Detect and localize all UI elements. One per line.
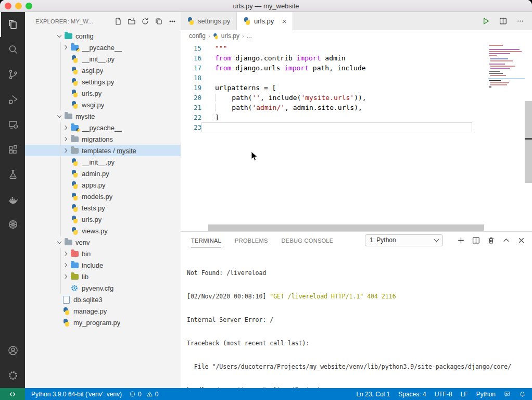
refresh-icon[interactable]: [141, 17, 149, 26]
tree-item-my-program-py[interactable]: my_program.py: [25, 317, 181, 328]
file-icon: [63, 296, 70, 304]
editor-tab-bar: settings.py urls.py ×: [181, 12, 532, 30]
tree-item-templates-mysite[interactable]: templates / mysite: [25, 145, 181, 156]
settings-gear-icon[interactable]: [0, 363, 25, 388]
tree-item-urls-py[interactable]: urls.py: [25, 214, 181, 225]
tree-item-pyvenv-cfg[interactable]: pyvenv.cfg: [25, 282, 181, 294]
tab-settings-py[interactable]: settings.py: [181, 12, 237, 30]
tree-item-tests-py[interactable]: tests.py: [25, 202, 181, 214]
tree-item-migrations[interactable]: migrations: [25, 133, 181, 145]
tree-item-include[interactable]: include: [25, 259, 181, 271]
folder-icon: [71, 136, 79, 142]
file-tree: config __pycache__ __init__.py asgi.py s…: [25, 30, 181, 388]
tree-item-admin-py[interactable]: admin.py: [25, 168, 181, 179]
split-terminal-icon[interactable]: [472, 236, 480, 245]
testing-flask-icon[interactable]: [0, 162, 25, 187]
python-file-icon: [71, 204, 79, 212]
close-tab-icon[interactable]: ×: [282, 18, 286, 25]
code-line: 17from django.urls import path, include: [181, 63, 532, 73]
tree-item-init-py[interactable]: __init__.py: [25, 156, 181, 168]
source-control-icon[interactable]: [0, 62, 25, 87]
chevron-down-icon: [434, 237, 439, 242]
more-actions-icon[interactable]: [168, 17, 176, 26]
remote-explorer-icon[interactable]: [0, 112, 25, 137]
problems-status[interactable]: 0 0: [125, 388, 162, 400]
terminal-selector-dropdown[interactable]: 1: Python: [365, 234, 443, 246]
tree-item-wsgi-py[interactable]: wsgi.py: [25, 99, 181, 110]
remote-indicator[interactable]: [0, 388, 25, 400]
python-file-icon: [71, 90, 79, 97]
tree-item-urls-py[interactable]: urls.py: [25, 88, 181, 99]
notifications-bell-icon[interactable]: [515, 388, 532, 400]
kubernetes-icon[interactable]: [0, 212, 25, 237]
docker-icon[interactable]: [0, 187, 25, 212]
close-panel-icon[interactable]: [517, 236, 526, 245]
maximize-panel-icon[interactable]: [502, 236, 511, 245]
breadcrumb-symbols[interactable]: ...: [247, 32, 252, 40]
python-interpreter-status[interactable]: Python 3.9.0 64-bit ('venv': venv): [25, 388, 125, 400]
folder-icon: [65, 114, 72, 119]
tab-urls-py[interactable]: urls.py ×: [237, 12, 293, 30]
breadcrumb-config[interactable]: config: [189, 32, 206, 40]
tree-item-models-py[interactable]: models.py: [25, 191, 181, 202]
code-line: 21 path('admin/', admin.site.urls),: [181, 103, 532, 113]
eol-status[interactable]: LF: [457, 388, 472, 400]
tree-item-manage-py[interactable]: manage.py: [25, 305, 181, 317]
more-actions-icon[interactable]: [516, 17, 525, 26]
zoom-window-button[interactable]: [26, 3, 32, 9]
tree-item-venv[interactable]: venv: [25, 236, 181, 248]
tree-item-bin[interactable]: bin: [25, 248, 181, 259]
tree-item-settings-py[interactable]: settings.py: [25, 76, 181, 88]
python-file-icon: [62, 307, 70, 315]
tree-item-asgi-py[interactable]: asgi.py: [25, 65, 181, 76]
new-file-icon[interactable]: [114, 17, 122, 26]
tree-item-pycache[interactable]: __pycache__: [25, 122, 181, 133]
minimize-window-button[interactable]: [15, 3, 22, 9]
language-mode-status[interactable]: Python: [472, 388, 500, 400]
folder-icon: [71, 148, 79, 154]
cursor-position-status[interactable]: Ln 23, Col 1: [352, 388, 395, 400]
breadcrumb-urls-py[interactable]: urls.py: [221, 32, 239, 40]
new-folder-icon[interactable]: [128, 17, 136, 26]
activity-bar: [0, 12, 25, 388]
tree-item-pycache[interactable]: __pycache__: [25, 42, 181, 53]
warning-icon: [146, 391, 153, 397]
code-line: 19urlpatterns = [: [181, 83, 532, 93]
terminal-line: [02/Nov/2020 00:08:10] "GET /livereload …: [187, 293, 532, 301]
horizontal-scrollbar[interactable]: [208, 224, 484, 231]
python-file-icon: [71, 78, 79, 86]
terminal-line: File "/Users/ducoterra/Projects/my_websi…: [187, 363, 532, 371]
run-file-button[interactable]: [482, 17, 490, 26]
tab-debug-console[interactable]: DEBUG CONSOLE: [282, 233, 334, 247]
encoding-status[interactable]: UTF-8: [430, 388, 457, 400]
new-terminal-icon[interactable]: [457, 236, 465, 245]
python-file-icon: [187, 17, 195, 25]
feedback-icon[interactable]: [500, 388, 515, 400]
extensions-icon[interactable]: [0, 137, 25, 162]
tree-item-db-sqlite3[interactable]: db.sqlite3: [25, 294, 181, 305]
tree-item-config[interactable]: config: [25, 30, 181, 42]
folder-icon: [65, 240, 72, 245]
tree-item-apps-py[interactable]: apps.py: [25, 179, 181, 191]
search-icon[interactable]: [0, 37, 25, 62]
collapse-folders-icon[interactable]: [155, 17, 163, 26]
close-window-button[interactable]: [5, 3, 11, 9]
tab-terminal[interactable]: TERMINAL: [191, 233, 221, 247]
kill-terminal-icon[interactable]: [487, 236, 496, 245]
indentation-status[interactable]: Spaces: 4: [394, 388, 430, 400]
tab-problems[interactable]: PROBLEMS: [235, 233, 268, 247]
run-debug-icon[interactable]: [0, 87, 25, 112]
explorer-icon[interactable]: [0, 12, 25, 37]
split-editor-icon[interactable]: [499, 17, 508, 26]
minimap[interactable]: [488, 43, 525, 110]
tree-item-lib[interactable]: lib: [25, 271, 181, 282]
tree-item-mysite[interactable]: mysite: [25, 110, 181, 122]
vertical-scrollbar[interactable]: [525, 101, 532, 183]
tree-item-views-py[interactable]: views.py: [25, 225, 181, 236]
code-editor[interactable]: 15""" 16from django.contrib import admin…: [181, 42, 532, 231]
python-file-icon: [213, 33, 219, 39]
account-icon[interactable]: [0, 338, 25, 363]
python-file-icon: [71, 158, 79, 166]
tree-item-init-py[interactable]: __init__.py: [25, 53, 181, 65]
status-bar: Python 3.9.0 64-bit ('venv': venv) 0 0 L…: [0, 388, 532, 400]
